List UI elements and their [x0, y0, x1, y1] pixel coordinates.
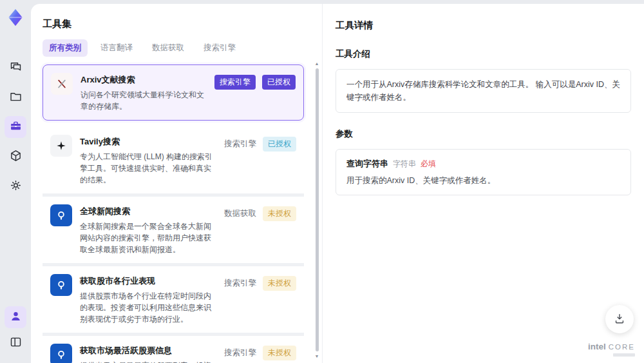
tool-name: 获取股市各行业表现: [80, 275, 218, 287]
category-tabs: 所有类别语言翻译数据获取搜索引擎: [43, 39, 304, 57]
category-tag: 数据获取: [224, 208, 256, 219]
cube-icon: [9, 149, 23, 164]
tool-description: 专为人工智能代理 (LLM) 构建的搜索引擎工具。可快速提供实时、准确和真实的结…: [80, 151, 218, 186]
tool-tags: 搜索引擎 未授权: [224, 346, 296, 360]
sidebar-item-chat[interactable]: [5, 57, 26, 79]
intro-box: 一个用于从Arxiv存储库搜索科学论文和文章的工具。 输入可以是Arxiv ID…: [336, 69, 631, 113]
param-type: 字符串: [393, 159, 416, 170]
category-tag: 搜索引擎: [224, 139, 256, 150]
tool-card[interactable]: 获取市场最活跃股票信息 提供当天交易量最高的股票列表，投资者可以利用这些信息来识…: [43, 336, 304, 363]
auth-status-badge: 未授权: [263, 346, 296, 360]
param-description: 用于搜索的Arxiv ID、关键字或作者姓名。: [346, 175, 620, 186]
tab-category-3[interactable]: 搜索引擎: [197, 39, 242, 57]
auth-status-badge: 已授权: [263, 137, 296, 152]
tool-card[interactable]: Tavily搜索 专为人工智能代理 (LLM) 构建的搜索引擎工具。可快速提供实…: [43, 127, 304, 197]
sidebar-item-panel[interactable]: [5, 332, 26, 354]
intel-core-logo: intelcore: [588, 340, 635, 357]
sidebar-item-user[interactable]: [5, 306, 26, 328]
category-tag: 搜索引擎: [214, 75, 256, 90]
auth-status-badge: 未授权: [263, 276, 296, 291]
panel-icon: [9, 335, 23, 351]
download-button[interactable]: [605, 305, 634, 333]
detail-title: 工具详情: [336, 19, 631, 32]
auth-status-badge: 已授权: [262, 75, 296, 90]
params-heading: 参数: [336, 128, 631, 140]
tool-tags: 搜索引擎 已授权: [224, 137, 296, 152]
tool-card[interactable]: 全球新闻搜索 全球新闻搜索是一个聚合全球各大新闻网站内容的搜索引擎，帮助用户快速…: [43, 197, 304, 266]
tool-name: Arxiv文献搜索: [80, 74, 208, 86]
folder-icon: [9, 90, 23, 105]
toolbox-icon: [9, 119, 23, 135]
chat-icon: [9, 60, 23, 75]
tool-description: 提供股票市场各个行业在特定时间段内的表现。投资者可以利用这些信息来识别表现优于或…: [80, 290, 218, 325]
gem-logo-icon: [6, 8, 25, 27]
tool-name: Tavily搜索: [80, 136, 218, 148]
sidebar-item-toolbox[interactable]: [5, 116, 26, 138]
param-header: 查询字符串 字符串 必填: [346, 158, 620, 170]
tool-card[interactable]: 获取股市各行业表现 提供股票市场各个行业在特定时间段内的表现。投资者可以利用这些…: [43, 266, 304, 336]
user-icon: [9, 309, 23, 325]
tool-card[interactable]: Arxiv文献搜索 访问各个研究领域大量科学论文和文章的存储库。 搜索引擎 已授…: [43, 64, 304, 121]
intro-heading: 工具介绍: [336, 48, 631, 60]
sidebar: [0, 0, 31, 363]
blueq-icon: [50, 274, 72, 296]
auth-status-badge: 未授权: [263, 206, 296, 221]
tab-category-1[interactable]: 语言翻译: [94, 39, 139, 57]
intel-brand-text: intel: [588, 342, 606, 351]
tab-category-2[interactable]: 数据获取: [146, 39, 191, 57]
scroll-down-icon[interactable]: ▼: [315, 353, 319, 359]
download-icon: [613, 312, 626, 327]
category-tag: 搜索引擎: [224, 278, 256, 289]
param-required-badge: 必填: [421, 159, 436, 170]
arxiv-icon: [51, 73, 73, 95]
tool-description: 提供当天交易量最高的股票列表，投资者可以利用这些信息来识别流动性强的股票和潜在的…: [80, 360, 218, 363]
tool-description: 全球新闻搜索是一个聚合全球各大新闻网站内容的搜索引擎，帮助用户快速获取全球最新资…: [80, 221, 218, 255]
tool-description: 访问各个研究领域大量科学论文和文章的存储库。: [80, 89, 208, 112]
tab-all-categories[interactable]: 所有类别: [43, 39, 88, 57]
sidebar-bottom: [5, 306, 26, 358]
sidebar-nav: [5, 57, 26, 205]
param-name: 查询字符串: [346, 158, 388, 170]
param-box: 查询字符串 字符串 必填 用于搜索的Arxiv ID、关键字或作者姓名。: [336, 149, 631, 195]
tool-detail-pane: 工具详情 工具介绍 一个用于从Arxiv存储库搜索科学论文和文章的工具。 输入可…: [322, 4, 644, 363]
tool-tags: 搜索引擎 未授权: [224, 276, 296, 291]
tool-list-pane: 工具集 所有类别语言翻译数据获取搜索引擎 Arxiv文献搜索 访问各个研究领域大…: [31, 4, 322, 363]
category-tag: 搜索引擎: [224, 348, 256, 358]
scroll-up-icon[interactable]: ▲: [315, 61, 319, 66]
scrollbar-thumb[interactable]: [316, 68, 319, 351]
intel-badge-bar: [613, 353, 635, 357]
tool-tags: 搜索引擎 已授权: [214, 75, 296, 90]
page-title: 工具集: [43, 18, 304, 30]
blueq-icon: [50, 204, 72, 226]
tool-card-list: Arxiv文献搜索 访问各个研究领域大量科学论文和文章的存储库。 搜索引擎 已授…: [43, 64, 304, 363]
tavily-icon: [50, 135, 72, 157]
gear-icon: [9, 179, 23, 194]
sidebar-item-gear[interactable]: [5, 175, 26, 197]
scrollbar[interactable]: ▲ ▼: [314, 61, 320, 359]
tool-tags: 数据获取 未授权: [224, 206, 296, 221]
sidebar-item-folder[interactable]: [5, 86, 26, 108]
tool-name: 获取市场最活跃股票信息: [80, 345, 218, 357]
tool-name: 全球新闻搜索: [80, 206, 218, 217]
blueq-icon: [50, 344, 72, 363]
sidebar-item-cube[interactable]: [5, 146, 26, 168]
main-panel: 工具集 所有类别语言翻译数据获取搜索引擎 Arxiv文献搜索 访问各个研究领域大…: [31, 4, 644, 363]
intro-text: 一个用于从Arxiv存储库搜索科学论文和文章的工具。 输入可以是Arxiv ID…: [346, 78, 620, 104]
core-brand-text: core: [609, 343, 635, 351]
